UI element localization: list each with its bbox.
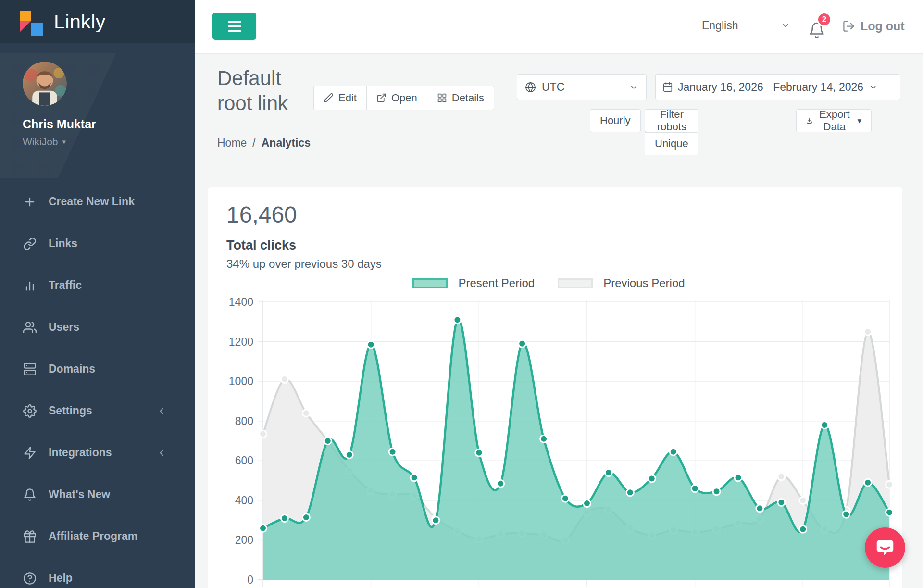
svg-text:600: 600 [235, 454, 253, 467]
unique-button[interactable]: Unique [645, 132, 698, 155]
link-action-group: Edit Open Details [313, 86, 494, 110]
sidebar-item-label: Traffic [49, 279, 82, 292]
plus-icon [23, 195, 37, 209]
sidebar-item-label: Links [49, 237, 77, 250]
page-title: Default root link [217, 66, 318, 116]
present-period-label: Present Period [458, 276, 535, 290]
avatar[interactable] [23, 62, 67, 106]
chevron-down-icon [781, 21, 790, 30]
topbar: English 2 Log out [195, 0, 923, 54]
notifications-button[interactable]: 2 [806, 16, 835, 45]
chat-bubble-icon [874, 537, 896, 559]
open-button[interactable]: Open [366, 86, 427, 110]
language-selected: English [702, 19, 738, 32]
sidebar-nav: Create New Link Links Traffic Users Doma… [0, 181, 195, 588]
previous-period-label: Previous Period [603, 276, 685, 290]
sidebar-item-integrations[interactable]: Integrations [0, 432, 195, 474]
brand-name: Linkly [54, 11, 106, 33]
language-select[interactable]: English [690, 13, 799, 38]
svg-text:1000: 1000 [229, 375, 253, 388]
svg-text:1200: 1200 [229, 336, 253, 348]
caret-down-icon: ▾ [62, 138, 66, 146]
download-icon [806, 116, 812, 126]
chevron-down-icon [869, 83, 877, 91]
grid-icon [437, 93, 447, 103]
chart-legend: Present Period Previous Period [208, 276, 902, 290]
calendar-icon [662, 82, 673, 92]
linkly-logo-icon[interactable] [20, 10, 43, 34]
external-link-icon [376, 93, 387, 103]
sidebar-item-label: What's New [49, 488, 110, 501]
svg-text:200: 200 [235, 534, 253, 546]
total-clicks-value: 16,460 [226, 201, 297, 228]
sidebar-item-label: Settings [49, 404, 92, 417]
details-label: Details [452, 92, 484, 104]
details-button[interactable]: Details [427, 86, 494, 110]
sidebar-item-help[interactable]: Help [0, 557, 195, 588]
bar-chart-icon [23, 279, 37, 292]
sidebar-item-affiliate-program[interactable]: Affiliate Program [0, 515, 195, 557]
org-switcher[interactable]: WikiJob ▾ [23, 136, 195, 148]
edit-label: Edit [338, 92, 357, 104]
chat-widget-button[interactable] [865, 527, 905, 568]
breadcrumb-separator: / [252, 137, 255, 150]
sidebar-item-label: Affiliate Program [49, 530, 137, 543]
logout-icon [842, 20, 855, 33]
sidebar-item-label: Create New Link [49, 195, 135, 208]
sidebar-item-users[interactable]: Users [0, 306, 195, 348]
linkly-app: Linkly [0, 0, 923, 588]
svg-text:0: 0 [247, 574, 253, 586]
sidebar: Linkly [0, 0, 195, 588]
svg-text:800: 800 [235, 415, 253, 427]
unique-label: Unique [655, 138, 688, 150]
server-icon [23, 363, 37, 376]
clicks-area-chart[interactable]: 0200400600800100012001400 [208, 289, 902, 588]
logout-button[interactable]: Log out [842, 19, 905, 33]
sidebar-item-whats-new[interactable]: What's New [0, 474, 195, 515]
sidebar-item-label: Users [49, 321, 79, 334]
logo-pink-triangle [20, 21, 31, 32]
sidebar-item-links[interactable]: Links [0, 223, 195, 264]
hourly-button[interactable]: Hourly [590, 109, 641, 132]
total-clicks-label: Total clicks [226, 238, 296, 253]
gift-icon [23, 530, 37, 543]
notification-badge: 2 [817, 12, 832, 27]
present-period-swatch [412, 278, 448, 288]
link-icon [23, 237, 37, 250]
open-label: Open [391, 92, 417, 104]
menu-toggle-button[interactable] [212, 13, 256, 40]
svg-text:1400: 1400 [229, 296, 253, 308]
export-data-button[interactable]: Export Data ▾ [796, 109, 872, 132]
breadcrumb: Home / Analytics [217, 137, 311, 150]
edit-button[interactable]: Edit [313, 86, 366, 110]
timezone-select[interactable]: UTC [517, 74, 647, 100]
chevron-left-icon [157, 406, 166, 416]
caret-down-icon: ▾ [858, 116, 862, 126]
chevron-down-icon [629, 83, 638, 92]
filter-toggle-group: Filter robots Unique [645, 109, 698, 155]
pencil-icon [324, 93, 334, 103]
date-range-picker[interactable]: January 16, 2026 - February 14, 2026 [655, 74, 900, 100]
logo-orange-square [20, 11, 31, 21]
filter-robots-button[interactable]: Filter robots [645, 109, 698, 132]
sidebar-item-create-new-link[interactable]: Create New Link [0, 181, 195, 223]
sidebar-header: Linkly [0, 0, 195, 43]
org-name: WikiJob [23, 136, 58, 148]
export-label: Export Data [817, 108, 852, 133]
gear-icon [23, 404, 37, 418]
sidebar-item-label: Integrations [49, 446, 112, 459]
timezone-value: UTC [542, 81, 564, 94]
chevron-left-icon [157, 448, 166, 458]
filter-robots-label: Filter robots [655, 108, 689, 133]
sidebar-item-settings[interactable]: Settings [0, 390, 195, 432]
sidebar-item-traffic[interactable]: Traffic [0, 264, 195, 306]
bell-icon [23, 488, 37, 501]
analytics-card: 16,460 Total clicks 34% up over previous… [208, 187, 902, 588]
sidebar-item-domains[interactable]: Domains [0, 348, 195, 390]
user-name: Chris Muktar [23, 117, 195, 131]
help-circle-icon [23, 572, 37, 585]
breadcrumb-home[interactable]: Home [217, 137, 247, 150]
hourly-label: Hourly [600, 114, 631, 127]
svg-text:400: 400 [235, 494, 253, 507]
logout-label: Log out [861, 19, 905, 33]
